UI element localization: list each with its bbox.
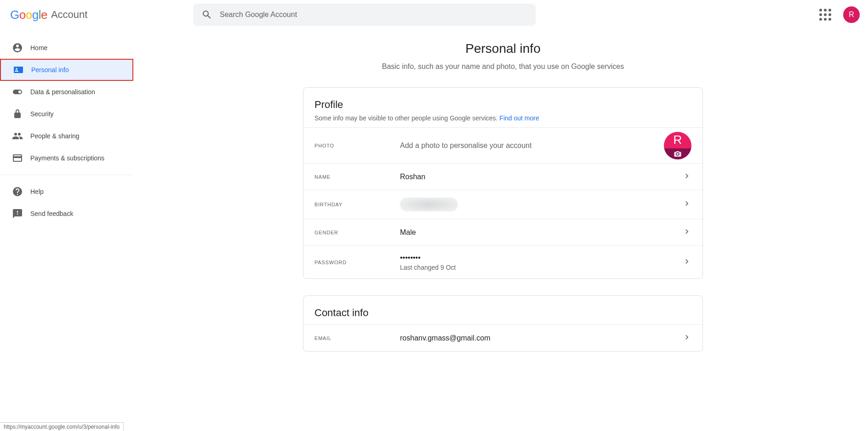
sidebar-item-label: People & sharing (30, 132, 80, 140)
row-password[interactable]: PASSWORD •••••••• Last changed 9 Oct (303, 245, 702, 278)
row-label: EMAIL (314, 335, 400, 341)
sidebar-item-feedback[interactable]: Send feedback (0, 203, 133, 225)
profile-card: Profile Some info may be visible to othe… (303, 87, 703, 279)
row-value: roshanv.gmass@gmail.com (400, 334, 682, 342)
row-value (400, 198, 682, 211)
search-input[interactable] (219, 10, 527, 19)
find-out-more-link[interactable]: Find out more (499, 114, 539, 122)
camera-icon (674, 150, 682, 158)
chevron-right-icon (682, 227, 691, 236)
row-sub: Last changed 9 Oct (400, 264, 682, 271)
main-content: Personal info Basic info, such as your n… (138, 37, 868, 431)
google-account-logo[interactable]: Google Account (10, 8, 87, 22)
id-card-icon (13, 64, 24, 75)
sidebar-item-label: Help (30, 188, 44, 195)
profile-photo[interactable]: R (664, 132, 691, 159)
sidebar-item-label: Data & personalisation (30, 88, 95, 96)
feedback-icon (12, 208, 23, 219)
row-label: GENDER (314, 230, 400, 235)
sidebar-item-help[interactable]: Help (0, 181, 133, 203)
sidebar-item-label: Personal info (31, 66, 69, 74)
chevron-right-icon (682, 257, 691, 266)
sidebar: Home Personal info Data & personalisatio… (0, 37, 133, 225)
card-icon (12, 153, 23, 164)
sidebar-item-label: Security (30, 110, 54, 118)
page-title: Personal info (465, 41, 540, 56)
sidebar-divider (0, 175, 133, 175)
sidebar-item-people-sharing[interactable]: People & sharing (0, 125, 133, 147)
google-wordmark: Google (10, 8, 47, 22)
help-icon (12, 186, 23, 197)
header: Google Account R (0, 0, 868, 29)
row-value: Add a photo to personalise your account (400, 142, 691, 150)
search-icon (201, 9, 212, 20)
row-label: PASSWORD (314, 260, 400, 265)
row-label: NAME (314, 174, 400, 180)
page-subtitle: Basic info, such as your name and photo,… (382, 62, 624, 71)
chevron-right-icon (682, 199, 691, 208)
apps-icon[interactable] (816, 5, 835, 24)
status-url: https://myaccount.google.com/u/3/persona… (0, 422, 124, 431)
row-email[interactable]: EMAIL roshanv.gmass@gmail.com (303, 324, 702, 351)
account-avatar[interactable]: R (843, 6, 860, 23)
row-gender[interactable]: GENDER Male (303, 219, 702, 245)
search-bar[interactable] (193, 4, 536, 26)
sidebar-item-security[interactable]: Security (0, 103, 133, 125)
sidebar-item-label: Payments & subscriptions (30, 154, 104, 162)
sidebar-item-label: Home (30, 44, 47, 51)
sidebar-item-data-personalisation[interactable]: Data & personalisation (0, 81, 133, 103)
sidebar-item-personal-info[interactable]: Personal info (0, 59, 133, 81)
sidebar-item-home[interactable]: Home (0, 37, 133, 59)
people-icon (12, 130, 23, 142)
person-circle-icon (12, 42, 23, 53)
contact-card: Contact info EMAIL roshanv.gmass@gmail.c… (303, 295, 703, 352)
chevron-right-icon (682, 333, 691, 342)
row-birthday[interactable]: BIRTHDAY (303, 190, 702, 219)
toggle-icon (12, 86, 23, 97)
account-label: Account (51, 9, 88, 21)
row-label: PHOTO (314, 143, 400, 148)
sidebar-item-payments[interactable]: Payments & subscriptions (0, 147, 133, 169)
row-label: BIRTHDAY (314, 202, 400, 207)
row-name[interactable]: NAME Roshan (303, 163, 702, 190)
redacted-value (400, 198, 458, 211)
sidebar-item-label: Send feedback (30, 210, 73, 217)
row-value: Roshan (400, 173, 682, 181)
profile-title: Profile (314, 99, 691, 111)
chevron-right-icon (682, 171, 691, 181)
lock-icon (12, 108, 23, 119)
profile-desc: Some info may be visible to other people… (314, 114, 691, 122)
contact-title: Contact info (314, 307, 691, 319)
row-value: Male (400, 228, 682, 237)
row-photo[interactable]: PHOTO Add a photo to personalise your ac… (303, 127, 702, 163)
row-value: •••••••• (400, 254, 682, 262)
